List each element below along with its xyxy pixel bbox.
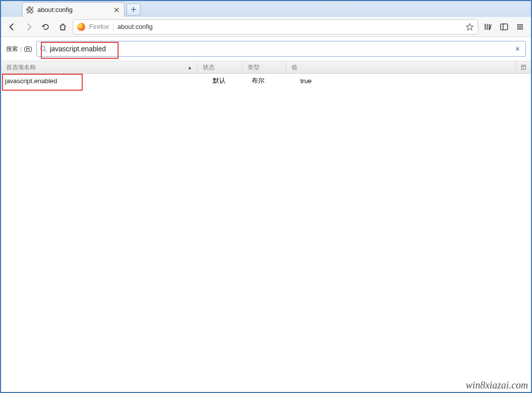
sort-indicator-icon: ▲ bbox=[187, 65, 192, 70]
pref-table-header: 首选项名称 ▲ 状态 类型 值 bbox=[1, 61, 531, 74]
tab-favicon bbox=[26, 6, 33, 13]
search-box[interactable]: × bbox=[36, 41, 526, 57]
column-header-status[interactable]: 状态 bbox=[198, 61, 243, 73]
tab-strip: about:config bbox=[1, 1, 531, 17]
reload-button[interactable] bbox=[39, 20, 53, 34]
column-header-value[interactable]: 值 bbox=[286, 61, 516, 73]
svg-rect-3 bbox=[522, 65, 526, 69]
pref-name-cell: javascript.enabled bbox=[1, 77, 198, 85]
pref-status-cell: 默认 bbox=[198, 76, 243, 85]
pref-row[interactable]: javascript.enabled 默认 布尔 true bbox=[1, 74, 531, 88]
about-config-content: 搜索：(R) × 首选项名称 ▲ 状态 类型 值 bbox=[1, 37, 531, 392]
home-button[interactable] bbox=[56, 20, 70, 34]
pref-value-cell: true bbox=[286, 77, 531, 85]
column-header-type[interactable]: 类型 bbox=[243, 61, 286, 73]
bookmark-star-icon[interactable] bbox=[466, 23, 474, 31]
firefox-logo-icon bbox=[77, 23, 85, 31]
column-picker-button[interactable] bbox=[516, 61, 531, 73]
identity-separator bbox=[113, 22, 114, 31]
pref-table-body: javascript.enabled 默认 布尔 true bbox=[1, 74, 531, 392]
clear-search-button[interactable]: × bbox=[513, 44, 523, 54]
search-input[interactable] bbox=[50, 45, 510, 53]
browser-window: about:config Firefox about:config bbox=[0, 0, 532, 393]
search-label: 搜索：(R) bbox=[6, 45, 32, 53]
app-menu-button[interactable] bbox=[513, 20, 527, 34]
nav-toolbar: Firefox about:config bbox=[1, 17, 531, 37]
address-bar[interactable]: Firefox about:config bbox=[73, 19, 478, 34]
new-tab-button[interactable] bbox=[127, 3, 140, 15]
pref-type-cell: 布尔 bbox=[243, 76, 286, 85]
library-button[interactable] bbox=[481, 20, 495, 34]
search-row: 搜索：(R) × bbox=[1, 37, 531, 61]
tab-title: about:config bbox=[37, 6, 109, 13]
column-header-name[interactable]: 首选项名称 ▲ bbox=[1, 61, 198, 73]
identity-label: Firefox bbox=[89, 23, 109, 30]
back-button[interactable] bbox=[5, 20, 19, 34]
tab-about-config[interactable]: about:config bbox=[22, 2, 125, 17]
sidebar-button[interactable] bbox=[497, 20, 511, 34]
svg-point-2 bbox=[40, 46, 44, 50]
svg-rect-1 bbox=[501, 24, 508, 30]
search-icon bbox=[40, 45, 47, 52]
tab-close-button[interactable] bbox=[113, 6, 120, 13]
forward-button[interactable] bbox=[22, 20, 36, 34]
url-text: about:config bbox=[118, 23, 462, 30]
